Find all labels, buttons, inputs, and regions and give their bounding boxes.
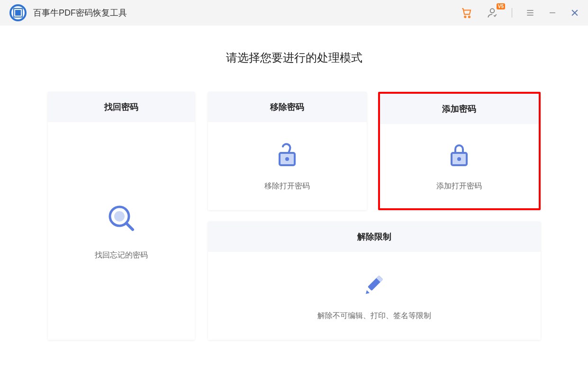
minimize-icon[interactable] xyxy=(548,9,557,17)
close-icon[interactable] xyxy=(570,8,579,18)
svg-point-0 xyxy=(464,16,466,18)
card-remove-restrictions[interactable]: 解除限制 解除不可编辑、打印、签名等限制 xyxy=(208,222,541,340)
svg-point-15 xyxy=(457,157,461,161)
card-add-password[interactable]: 添加密码 添加打开密码 xyxy=(378,92,541,210)
lock-icon xyxy=(446,142,472,169)
card-title: 移除密码 xyxy=(208,92,367,122)
app-logo xyxy=(9,4,27,21)
titlebar: 百事牛PDF密码恢复工具 V5 xyxy=(0,0,588,26)
svg-point-1 xyxy=(469,16,470,18)
card-title: 解除限制 xyxy=(208,222,541,252)
menu-icon[interactable] xyxy=(525,8,535,18)
svg-point-2 xyxy=(490,9,495,13)
card-desc: 移除打开密码 xyxy=(264,181,310,191)
card-title: 添加密码 xyxy=(380,94,539,124)
card-desc: 找回忘记的密码 xyxy=(95,250,148,260)
card-desc: 解除不可编辑、打印、签名等限制 xyxy=(317,311,431,321)
svg-point-13 xyxy=(285,157,289,161)
pencil-icon xyxy=(361,272,388,299)
card-recover-password[interactable]: 找回密码 找回忘记的密码 xyxy=(48,92,195,340)
card-title: 找回密码 xyxy=(48,92,195,122)
cart-icon[interactable] xyxy=(461,7,473,19)
svg-marker-18 xyxy=(366,290,370,294)
svg-point-10 xyxy=(114,211,125,222)
card-desc: 添加打开密码 xyxy=(436,181,482,191)
magnifier-icon xyxy=(106,203,136,233)
titlebar-divider xyxy=(512,8,512,18)
app-title: 百事牛PDF密码恢复工具 xyxy=(33,7,127,18)
user-badge: V5 xyxy=(497,3,505,9)
card-remove-password[interactable]: 移除密码 移除打开密码 xyxy=(208,92,367,210)
unlock-icon xyxy=(274,142,300,169)
user-icon[interactable]: V5 xyxy=(486,7,498,19)
page-heading: 请选择您要进行的处理模式 xyxy=(226,50,362,65)
svg-line-11 xyxy=(127,223,133,230)
